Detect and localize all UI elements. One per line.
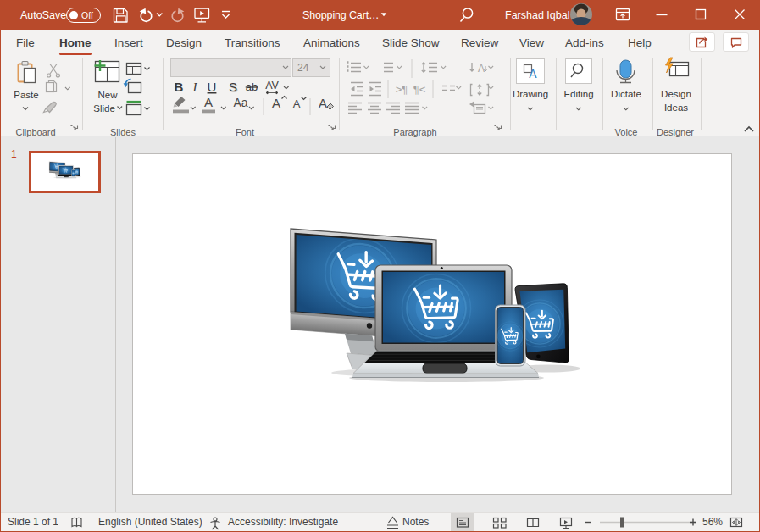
svg-text:S: S xyxy=(229,80,237,94)
svg-text:A: A xyxy=(478,63,485,75)
svg-text:U: U xyxy=(208,80,217,94)
svg-text:>¶: >¶ xyxy=(396,83,408,96)
svg-text:A: A xyxy=(272,96,280,110)
svg-text:A: A xyxy=(529,67,537,80)
svg-text:¶<: ¶< xyxy=(413,83,426,96)
svg-text:AV: AV xyxy=(265,80,279,91)
svg-text:A: A xyxy=(293,97,301,110)
svg-text:A: A xyxy=(319,96,327,110)
svg-text:ab: ab xyxy=(246,80,258,93)
svg-text:I: I xyxy=(192,80,198,94)
svg-text:B: B xyxy=(175,80,184,94)
svg-text:Aa: Aa xyxy=(233,96,247,109)
svg-text:A: A xyxy=(204,95,213,109)
